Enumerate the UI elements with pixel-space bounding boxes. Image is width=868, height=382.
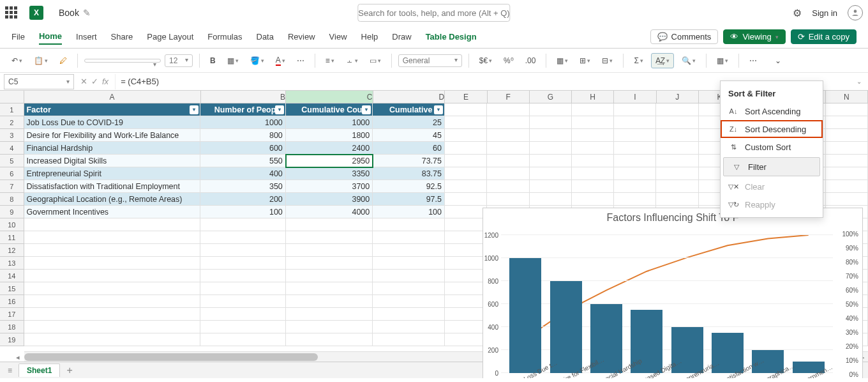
empty-cell[interactable] xyxy=(614,142,656,155)
empty-cell[interactable] xyxy=(24,308,201,321)
empty-cell[interactable] xyxy=(826,103,868,116)
empty-cell[interactable] xyxy=(572,142,614,155)
empty-cell[interactable] xyxy=(614,116,656,129)
table-cell[interactable]: 3350 xyxy=(286,167,373,180)
rename-icon[interactable]: ✎ xyxy=(83,8,91,18)
row-header[interactable]: 19 xyxy=(0,333,24,346)
tab-home[interactable]: Home xyxy=(39,29,62,45)
empty-cell[interactable] xyxy=(200,231,285,244)
empty-cell[interactable] xyxy=(24,270,201,282)
empty-cell[interactable] xyxy=(656,193,698,206)
empty-cell[interactable] xyxy=(445,206,487,218)
table-cell[interactable]: 25 xyxy=(373,116,445,129)
settings-gear-icon[interactable]: ⚙ xyxy=(793,7,802,19)
row-header[interactable]: 8 xyxy=(0,193,24,206)
table-cell[interactable]: 45 xyxy=(373,129,445,142)
empty-cell[interactable] xyxy=(487,193,529,206)
table-cell[interactable]: 60 xyxy=(373,142,445,155)
sort-descending-item[interactable]: Z↓Sort Descending xyxy=(721,120,823,138)
col-header-E[interactable]: E xyxy=(445,91,487,103)
table-cell[interactable]: 92.5 xyxy=(373,180,445,193)
align-button[interactable]: ≡▾ xyxy=(322,54,338,68)
tab-formulas[interactable]: Formulas xyxy=(207,29,242,44)
empty-cell[interactable] xyxy=(24,218,201,231)
empty-cell[interactable] xyxy=(572,103,614,116)
row-header[interactable]: 15 xyxy=(0,282,24,295)
more-commands-button[interactable]: ⋯ xyxy=(745,54,761,68)
empty-cell[interactable] xyxy=(826,155,868,167)
empty-cell[interactable] xyxy=(614,129,656,142)
empty-cell[interactable] xyxy=(445,321,487,333)
empty-cell[interactable] xyxy=(530,116,572,129)
filter-dropdown-icon[interactable]: ▾ xyxy=(362,105,371,114)
empty-cell[interactable] xyxy=(530,193,572,206)
row-header[interactable]: 16 xyxy=(0,295,24,308)
empty-cell[interactable] xyxy=(487,155,529,167)
empty-cell[interactable] xyxy=(286,231,373,244)
table-cell[interactable]: 200 xyxy=(200,193,285,206)
cond-format-button[interactable]: ▦▾ xyxy=(553,54,572,68)
empty-cell[interactable] xyxy=(373,270,445,282)
empty-cell[interactable] xyxy=(373,321,445,333)
table-cell[interactable]: Government Incentives xyxy=(24,206,201,218)
table-cell[interactable]: 1000 xyxy=(286,116,373,129)
row-header[interactable]: 11 xyxy=(0,231,24,244)
sort-filter-button[interactable]: A͢Z▾ xyxy=(651,53,674,68)
row-header[interactable]: 18 xyxy=(0,321,24,333)
row-header[interactable]: 9 xyxy=(0,206,24,218)
table-cell[interactable]: 3900 xyxy=(286,193,373,206)
empty-cell[interactable] xyxy=(24,257,201,270)
borders-button[interactable]: ▦▾ xyxy=(223,54,243,68)
filter-dropdown-icon[interactable]: ▾ xyxy=(275,105,284,114)
empty-cell[interactable] xyxy=(24,231,201,244)
empty-cell[interactable] xyxy=(286,321,373,333)
empty-cell[interactable] xyxy=(487,129,529,142)
select-all-corner[interactable] xyxy=(0,91,24,103)
empty-cell[interactable] xyxy=(572,116,614,129)
empty-cell[interactable] xyxy=(826,167,868,180)
empty-cell[interactable] xyxy=(286,244,373,257)
table-header-cell[interactable]: Number of People▾ xyxy=(200,103,285,116)
sort-ascending-item[interactable]: A↓Sort Ascending xyxy=(721,102,823,120)
table-cell[interactable]: Entrepreneurial Spirit xyxy=(24,167,201,180)
tab-data[interactable]: Data xyxy=(257,29,274,44)
empty-cell[interactable] xyxy=(530,180,572,193)
mode-viewing-button[interactable]: 👁 Viewing ▾ xyxy=(723,29,785,44)
col-header-B[interactable]: B xyxy=(201,91,287,103)
empty-cell[interactable] xyxy=(445,270,487,282)
col-header-N[interactable]: N xyxy=(826,91,868,103)
empty-cell[interactable] xyxy=(286,218,373,231)
row-header[interactable]: 12 xyxy=(0,244,24,257)
empty-cell[interactable] xyxy=(656,180,698,193)
row-header[interactable]: 6 xyxy=(0,167,24,180)
empty-cell[interactable] xyxy=(286,270,373,282)
col-header-F[interactable]: F xyxy=(488,91,530,103)
empty-cell[interactable] xyxy=(24,295,201,308)
row-header[interactable]: 2 xyxy=(0,116,24,129)
empty-cell[interactable] xyxy=(286,333,373,346)
empty-cell[interactable] xyxy=(373,308,445,321)
table-header-cell[interactable]: Cumulative %▾ xyxy=(373,103,445,116)
table-header-cell[interactable]: Cumulative Count▾ xyxy=(286,103,373,116)
more-font-button[interactable]: ⋯ xyxy=(293,54,308,68)
empty-cell[interactable] xyxy=(656,155,698,167)
table-cell[interactable]: 2400 xyxy=(286,142,373,155)
table-cell[interactable]: Job Loss Due to COVID-19 xyxy=(24,116,201,129)
row-header[interactable]: 17 xyxy=(0,308,24,321)
col-header-H[interactable]: H xyxy=(572,91,614,103)
empty-cell[interactable] xyxy=(487,167,529,180)
filter-dropdown-icon[interactable]: ▾ xyxy=(434,105,443,114)
empty-cell[interactable] xyxy=(826,142,868,155)
tab-table-design[interactable]: Table Design xyxy=(426,29,477,44)
tab-file[interactable]: File xyxy=(11,29,25,44)
find-button[interactable]: 🔍▾ xyxy=(678,54,700,68)
autosum-button[interactable]: Σ▾ xyxy=(630,54,647,68)
empty-cell[interactable] xyxy=(200,218,285,231)
sign-in-link[interactable]: Sign in xyxy=(812,8,837,18)
row-header[interactable]: 4 xyxy=(0,142,24,155)
empty-cell[interactable] xyxy=(200,333,285,346)
empty-cell[interactable] xyxy=(487,116,529,129)
empty-cell[interactable] xyxy=(200,308,285,321)
insert-cells-button[interactable]: ⊞▾ xyxy=(576,54,594,68)
search-input[interactable]: Search for tools, help, and more (Alt + … xyxy=(357,4,510,22)
